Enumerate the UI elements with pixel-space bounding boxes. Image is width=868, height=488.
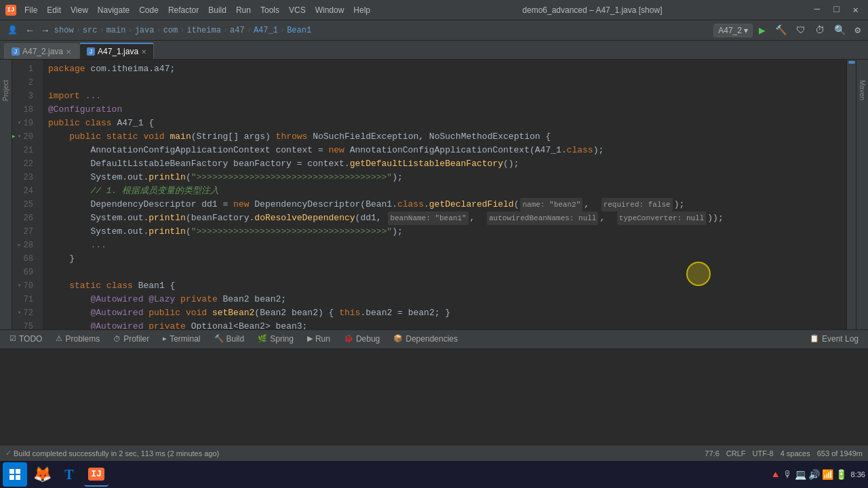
build-status: ✓ Build completed successfully in 2 sec,… [5,449,219,458]
run-config-dropdown[interactable]: A47_2 ▾ [713,24,753,37]
taskbar-intellij[interactable]: IJ [84,462,108,487]
code-line-27: System.out.println(">>>>>>>>>>>>>>>>>>>>… [43,225,846,239]
run-button[interactable]: ▶ [755,22,769,39]
app-logo: IJ [5,5,16,16]
menu-view[interactable]: View [66,4,92,16]
back-button[interactable]: ← [24,23,36,38]
svg-rect-3 [16,475,20,480]
profile-icon[interactable]: 👤 [4,23,21,37]
sys-tray: 🔺 🎙 💻 🔊 📶 🔋 [770,469,847,480]
code-line-28: ... [43,239,846,252]
project-label[interactable]: Project [2,80,9,101]
gutter-20: ▶▾20 [12,130,37,144]
close-tab-a47-2[interactable]: ✕ [66,48,71,56]
breadcrumb-java[interactable]: java [135,26,155,35]
code-line-70: static class Bean1 { [43,279,846,293]
menu-tools[interactable]: Tools [256,4,283,16]
code-line-75: @Autowired private Optional<Bean2> bean3… [43,320,846,329]
event-log-tab[interactable]: 📋 Event Log [803,331,865,348]
minimize-button[interactable]: ─ [810,4,824,16]
event-log-icon: 📋 [810,334,819,343]
build-icon: 🔨 [214,334,224,343]
gutter-75: 75 [12,320,37,329]
run-icon: ▶ [307,334,313,343]
close-tab-a47-1[interactable]: ✕ [141,48,146,56]
breadcrumb-main[interactable]: main [106,26,126,35]
position-indicator[interactable]: 77:6 [705,449,719,458]
gutter-24: 24 [12,184,37,198]
encoding-indicator[interactable]: UTF-8 [753,449,774,458]
breadcrumb-itheima[interactable]: itheima [186,26,220,35]
tab-run[interactable]: ▶ Run [300,331,337,348]
gutter-28: ▸28 [12,239,37,252]
toolbar: 👤 ← → show › src › main › java › com › i… [0,20,868,41]
line-ending-indicator[interactable]: CRLF [726,449,746,458]
maven-panel[interactable]: Maven [856,60,868,329]
menu-run[interactable]: Run [232,4,255,16]
gutter-1: 1 [12,62,37,76]
breadcrumb-a47[interactable]: a47 [230,26,245,35]
svg-rect-0 [9,469,14,474]
tab-todo[interactable]: ☑ TODO [3,331,49,348]
tab-spring[interactable]: 🌿 Spring [251,331,300,348]
terminal-icon: ▸ [163,334,167,343]
breadcrumb-show[interactable]: show [54,26,74,35]
gutter-23: 23 [12,171,37,184]
gutter-22: 22 [12,157,37,171]
code-area[interactable]: package com.itheima.a47; import ... @Con… [43,60,846,329]
tab-build[interactable]: 🔨 Build [208,331,252,348]
taskbar-firefox[interactable]: 🦊 [30,462,54,487]
settings-icon[interactable]: ⚙ [852,22,864,38]
menu-vcs[interactable]: VCS [285,4,310,16]
toolbar-right: A47_2 ▾ ▶ 🔨 🛡 ⏱ 🔍 ⚙ [713,22,864,39]
tab-dependencies[interactable]: 📦 Dependencies [387,331,465,348]
code-line-22: DefaultListableBeanFactory beanFactory =… [43,157,846,171]
bottom-content [0,349,868,445]
indent-indicator[interactable]: 4 spaces [781,449,810,458]
gutter-68: 68 [12,252,37,266]
breadcrumb-src[interactable]: src [83,26,98,35]
menu-code[interactable]: Code [135,4,163,16]
project-panel[interactable]: Project [0,60,12,329]
code-line-24: // 1. 根据成员变量的类型注入 [43,184,846,198]
menu-help[interactable]: Help [349,4,374,16]
coverage-button[interactable]: 🛡 [793,23,809,38]
lines-indicator[interactable]: 653 of 1949m [817,449,863,458]
forward-button[interactable]: → [39,23,51,38]
breadcrumb-a47-1[interactable]: A47_1 [254,26,278,35]
menu-window[interactable]: Window [311,4,349,16]
tab-a47-1[interactable]: J A47_1.java ✕ [79,43,154,59]
file-tabs: J A47_2.java ✕ J A47_1.java ✕ [0,41,868,60]
debug-icon: 🐞 [344,334,353,343]
code-line-18: @Configuration [43,103,846,117]
tab-problems[interactable]: ⚠ Problems [49,331,106,348]
menu-edit[interactable]: Edit [43,4,65,16]
clock[interactable]: 8:36 [851,470,865,479]
tab-debug[interactable]: 🐞 Debug [337,331,387,348]
gutter-21: 21 [12,144,37,157]
bottom-tabs: ☑ TODO ⚠ Problems ⏱ Profiler ▸ Terminal … [0,330,868,349]
taskbar-text-editor[interactable]: T [57,462,81,487]
menu-bar: File Edit View Navigate Code Refactor Bu… [20,4,374,16]
breadcrumb-com[interactable]: com [163,26,178,35]
build-button[interactable]: 🔨 [772,22,790,38]
tab-terminal[interactable]: ▸ Terminal [156,331,207,348]
menu-navigate[interactable]: Navigate [94,4,134,16]
menu-refactor[interactable]: Refactor [164,4,203,16]
maven-label[interactable]: Maven [859,80,866,100]
tab-profiler[interactable]: ⏱ Profiler [106,331,156,348]
build-check-icon: ✓ [5,449,12,458]
profile-run-button[interactable]: ⏱ [812,23,828,38]
problems-icon: ⚠ [56,334,62,343]
menu-build[interactable]: Build [204,4,231,16]
todo-icon: ☑ [9,334,16,343]
tab-a47-2[interactable]: J A47_2.java ✕ [4,43,79,59]
close-button[interactable]: ✕ [849,4,863,16]
search-icon[interactable]: 🔍 [831,22,849,38]
line-numbers: 1 2 3 18 ▾19 ▶▾20 21 22 23 24 25 26 27 ▸… [12,60,43,329]
maximize-button[interactable]: □ [829,4,843,16]
menu-file[interactable]: File [20,4,41,16]
start-button[interactable] [3,462,27,487]
code-line-72: @Autowired public void setBean2(Bean2 be… [43,306,846,320]
breadcrumb-bean1[interactable]: Bean1 [287,26,311,35]
